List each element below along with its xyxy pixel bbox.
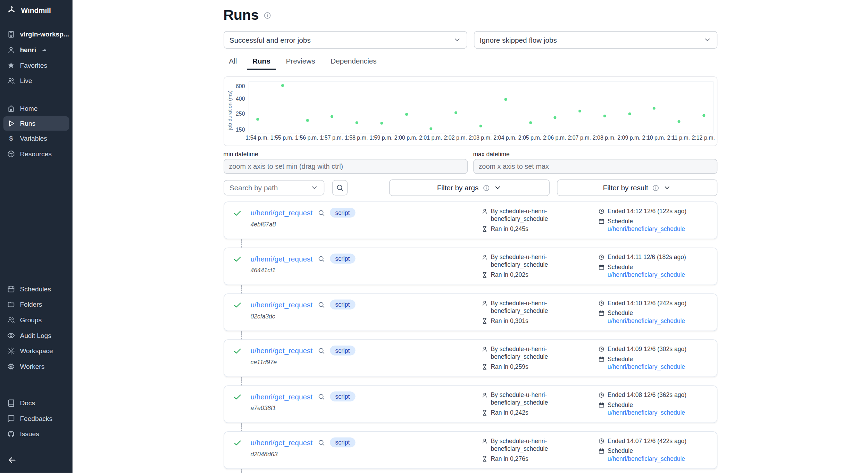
chevron-down-icon [453, 36, 461, 44]
sidebar-item-schedules[interactable]: Schedules [0, 281, 73, 297]
run-card[interactable]: u/henri/get_request script a7e038f1 By s… [223, 385, 717, 423]
run-trigger-info: By schedule-u-henri-beneficiary_schedule… [481, 438, 589, 463]
run-ended-text: Ended 14:09 12/6 (302s ago) [608, 346, 686, 353]
inspect-run-icon[interactable] [317, 255, 325, 262]
sidebar-item-live[interactable]: Live [0, 73, 73, 89]
tab-runs[interactable]: Runs [247, 54, 276, 70]
schedule-link[interactable]: u/henri/beneficiary_schedule [608, 317, 685, 324]
dollar-icon: $ [7, 134, 15, 142]
sidebar-item-folders[interactable]: Folders [0, 297, 73, 313]
page-header: Runs [223, 7, 717, 24]
sidebar-item-runs[interactable]: Runs [3, 116, 69, 131]
search-button[interactable] [332, 180, 348, 196]
user-icon [481, 208, 487, 214]
sidebar-item-home[interactable]: Home [0, 101, 73, 116]
run-path-link[interactable]: u/henri/get_request [250, 300, 312, 309]
run-duration-text: Ran in 0,259s [491, 363, 528, 371]
run-path-link[interactable]: u/henri/get_request [250, 392, 312, 401]
sidebar-item-docs[interactable]: Docs [0, 395, 73, 411]
main-content: Runs Successful and error jobs Ignore sk… [73, 0, 868, 473]
schedule-link[interactable]: u/henri/beneficiary_schedule [608, 225, 685, 232]
schedule-link[interactable]: u/henri/beneficiary_schedule [608, 271, 685, 277]
inspect-run-icon[interactable] [317, 301, 325, 308]
chart-data-point [529, 121, 532, 124]
run-card[interactable]: u/henri/get_request script 02cfa3dc By s… [223, 293, 717, 331]
sidebar-item-virgin-worksp-[interactable]: virgin-worksp... [0, 27, 73, 42]
run-id: 4ebf67a8 [250, 221, 472, 227]
inspect-run-icon[interactable] [317, 393, 325, 400]
chart-plot-area[interactable] [248, 81, 713, 133]
sidebar-item-audit-logs[interactable]: Audit Logs [0, 328, 73, 343]
run-path-link[interactable]: u/henri/get_request [250, 208, 312, 217]
sidebar-item-label: Groups [20, 316, 42, 324]
sidebar-item-workspace[interactable]: Workspace [0, 343, 73, 359]
triggered-by-text: By schedule-u-henri-beneficiary_schedule [491, 300, 556, 315]
inspect-run-icon[interactable] [317, 209, 325, 216]
success-check-icon [233, 439, 242, 448]
chart-y-tick: 250 [225, 111, 245, 117]
filter-by-result-button[interactable]: Filter by result [557, 180, 717, 196]
sidebar-item-henri[interactable]: henri [0, 42, 73, 58]
chart-y-tick: 150 [225, 127, 245, 133]
collapse-sidebar-icon[interactable] [7, 455, 17, 465]
job-kind-select[interactable]: Successful and error jobs [223, 31, 467, 49]
sidebar-admin-section: SchedulesFoldersGroupsAudit LogsWorkspac… [0, 281, 73, 374]
run-list: u/henri/get_request script 4ebf67a8 By s… [223, 201, 717, 473]
sidebar-item-variables[interactable]: $Variables [0, 131, 73, 146]
success-check-icon [233, 255, 242, 264]
run-duration-text: Ran in 0,301s [491, 317, 528, 325]
run-card[interactable]: u/henri/get_request script d2048d63 By s… [223, 431, 717, 469]
max-datetime-input[interactable] [473, 159, 717, 174]
sidebar-item-issues[interactable]: Issues [0, 426, 73, 442]
hourglass-icon [481, 272, 487, 278]
script-badge: script [330, 300, 356, 310]
sidebar-item-label: Home [20, 105, 37, 112]
runs-duration-chart[interactable]: job duration (ms) 6004002501501:54 p.m.1… [223, 76, 717, 146]
sidebar-item-groups[interactable]: Groups [0, 312, 73, 328]
sidebar-item-feedbacks[interactable]: Feedbacks [0, 411, 73, 426]
app-logo[interactable]: Windmill [0, 0, 73, 20]
inspect-run-icon[interactable] [317, 439, 325, 446]
user-icon [481, 254, 487, 260]
run-main: u/henri/get_request script a7e038f1 [250, 391, 472, 411]
filter-buttons: Filter by args Filter by result [389, 180, 717, 196]
schedule-link[interactable]: u/henri/beneficiary_schedule [608, 455, 685, 462]
chart-data-point [281, 84, 284, 87]
tab-all[interactable]: All [223, 54, 242, 70]
chart-data-point [603, 115, 606, 117]
tab-previews[interactable]: Previews [280, 54, 320, 70]
chart-data-point [628, 112, 631, 115]
runs-tabs: AllRunsPreviewsDependencies [223, 54, 717, 70]
run-card[interactable]: u/henri/get_request script 4ebf67a8 By s… [223, 201, 717, 239]
run-duration-text: Ran in 0,202s [491, 271, 528, 279]
run-path-link[interactable]: u/henri/get_request [250, 255, 312, 263]
schedule-link[interactable]: u/henri/beneficiary_schedule [608, 409, 685, 415]
filter-by-args-button[interactable]: Filter by args [389, 180, 549, 196]
chevron-down-icon [493, 184, 501, 191]
success-check-icon [233, 392, 242, 401]
run-path-link[interactable]: u/henri/get_request [250, 346, 312, 355]
play-icon [7, 119, 15, 127]
sidebar-item-resources[interactable]: Resources [0, 146, 73, 162]
user-icon [481, 346, 487, 352]
run-schedule-info: Ended 14:08 12/6 (362s ago) Schedule u/h… [598, 391, 708, 416]
search-by-path-select[interactable]: Search by path [223, 180, 324, 196]
sidebar-item-favorites[interactable]: Favorites [0, 58, 73, 73]
search-icon [336, 184, 343, 191]
sidebar-item-workers[interactable]: Workers [0, 359, 73, 374]
info-icon[interactable] [264, 11, 271, 19]
inspect-run-icon[interactable] [317, 347, 325, 354]
filter-by-result-label: Filter by result [603, 184, 648, 192]
run-card[interactable]: u/henri/get_request script ce11d97e By s… [223, 339, 717, 377]
clock-icon [598, 208, 604, 214]
skipped-flow-select[interactable]: Ignore skipped flow jobs [474, 31, 717, 49]
run-duration-text: Ran in 0,242s [491, 409, 528, 416]
run-card[interactable]: u/henri/get_request script 46441cf1 By s… [223, 248, 717, 285]
tab-dependencies[interactable]: Dependencies [325, 54, 382, 70]
run-duration-text: Ran in 0,245s [491, 225, 528, 233]
cpu-icon [7, 363, 15, 370]
min-datetime-input[interactable] [223, 159, 467, 174]
search-by-path-value: Search by path [229, 184, 278, 192]
schedule-link[interactable]: u/henri/beneficiary_schedule [608, 363, 685, 370]
run-path-link[interactable]: u/henri/get_request [250, 438, 312, 447]
